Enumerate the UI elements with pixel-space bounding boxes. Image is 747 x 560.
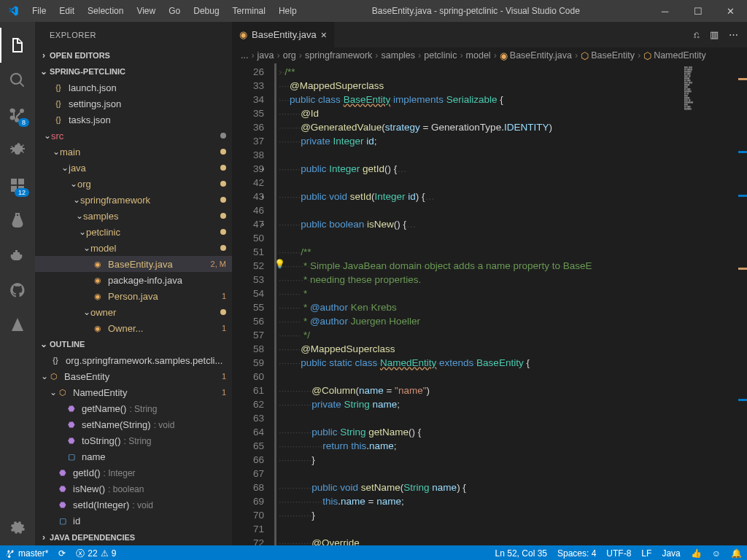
open-editors-section[interactable]: ›OPEN EDITORS — [35, 47, 232, 63]
sync-icon[interactable]: ⟳ — [53, 545, 71, 560]
search-icon[interactable] — [0, 63, 35, 98]
maximize-button[interactable]: ☐ — [681, 0, 714, 22]
lightbulb-icon[interactable]: 💡 — [274, 259, 285, 269]
tree-file-launch[interactable]: {}launch.json — [35, 79, 232, 96]
scm-icon[interactable]: 8 — [0, 98, 35, 133]
close-tab-icon[interactable]: × — [321, 29, 327, 41]
split-icon[interactable]: ▥ — [710, 29, 719, 40]
tabs: ◉ BaseEntity.java × ⎌ ▥ ⋯ — [232, 22, 747, 47]
outline-tree: {}org.springframework.samples.petcli... … — [35, 352, 232, 529]
editor-actions: ⎌ ▥ ⋯ — [685, 22, 747, 47]
code-content[interactable]: ›·/**····@MappedSuperclass····public·cla… — [274, 63, 681, 545]
bell-icon[interactable]: 🔔 — [726, 545, 747, 560]
settings-icon[interactable] — [0, 510, 35, 545]
tree-folder-model[interactable]: ⌄model — [35, 240, 232, 256]
indentation[interactable]: Spaces: 4 — [552, 545, 601, 560]
activitybar: 8 12 — [0, 22, 35, 545]
sidebar: EXPLORER ›OPEN EDITORS ⌄SPRING-PETCLINIC… — [35, 22, 232, 545]
minimap[interactable]: ████ ██████ ████████████████ ████████ ██… — [681, 63, 747, 545]
extensions-icon[interactable]: 12 — [0, 168, 35, 203]
tree-file-settings[interactable]: {}settings.json — [35, 96, 232, 112]
tree-folder-owner[interactable]: ⌄owner — [35, 304, 232, 320]
outline-isnew[interactable]: ⬣isNew(): boolean — [35, 481, 232, 497]
test-icon[interactable] — [0, 203, 35, 238]
outline-tostring[interactable]: ⬣toString(): String — [35, 432, 232, 448]
tab-baseentity[interactable]: ◉ BaseEntity.java × — [232, 22, 335, 47]
compare-icon[interactable]: ⎌ — [694, 29, 700, 40]
menu-terminal[interactable]: Terminal — [226, 6, 272, 16]
menu-go[interactable]: Go — [162, 6, 187, 16]
feedback-icon[interactable]: ☺ — [707, 545, 726, 560]
explorer-icon[interactable] — [0, 28, 35, 63]
java-deps-section[interactable]: ›JAVA DEPENDENCIES — [35, 529, 232, 545]
explorer-title: EXPLORER — [35, 22, 232, 47]
tree-file-baseentity[interactable]: ◉BaseEntity.java2, M — [35, 256, 232, 272]
language[interactable]: Java — [657, 545, 685, 560]
git-branch[interactable]: master* — [0, 545, 53, 560]
outline-name-field[interactable]: ▢name — [35, 448, 232, 464]
problems[interactable]: ⓧ 22 ⚠ 9 — [71, 545, 121, 560]
window-controls: ─ ☐ ✕ — [649, 0, 747, 22]
encoding[interactable]: UTF-8 — [601, 545, 636, 560]
outline-id-field[interactable]: ▢id — [35, 513, 232, 529]
menu-view[interactable]: View — [130, 6, 162, 16]
more-icon[interactable]: ⋯ — [729, 29, 738, 40]
outline-baseentity[interactable]: ⌄⬡BaseEntity1 — [35, 368, 232, 384]
breadcrumbs[interactable]: ...› java› org› springframework› samples… — [232, 47, 747, 63]
debug-icon[interactable] — [0, 133, 35, 168]
outline-namedentity[interactable]: ⌄⬡NamedEntity1 — [35, 384, 232, 400]
close-button[interactable]: ✕ — [714, 0, 747, 22]
tree-folder-java[interactable]: ⌄java — [35, 160, 232, 176]
titlebar: File Edit Selection View Go Debug Termin… — [0, 0, 747, 22]
outline-section[interactable]: ⌄OUTLINE — [35, 336, 232, 352]
file-tree: {}launch.json {}settings.json {}tasks.js… — [35, 79, 232, 336]
window-title: BaseEntity.java - spring-petclinic - Vis… — [303, 6, 649, 16]
docker-icon[interactable] — [0, 238, 35, 273]
tree-file-packageinfo[interactable]: ◉package-info.java — [35, 272, 232, 288]
thumbs-icon[interactable]: 👍 — [686, 545, 707, 560]
azure-icon[interactable] — [0, 308, 35, 343]
menu-help[interactable]: Help — [272, 6, 303, 16]
statusbar: master* ⟳ ⓧ 22 ⚠ 9 Ln 52, Col 35 Spaces:… — [0, 545, 747, 560]
minimize-button[interactable]: ─ — [649, 0, 681, 22]
editor: ◉ BaseEntity.java × ⎌ ▥ ⋯ ...› java› org… — [232, 22, 747, 545]
project-section[interactable]: ⌄SPRING-PETCLINIC — [35, 63, 232, 79]
tree-folder-petclinic[interactable]: ⌄petclinic — [35, 224, 232, 240]
tree-folder-samples[interactable]: ⌄samples — [35, 208, 232, 224]
menu-debug[interactable]: Debug — [187, 6, 225, 16]
menu-selection[interactable]: Selection — [81, 6, 130, 16]
cursor-position[interactable]: Ln 52, Col 35 — [490, 545, 552, 560]
tree-folder-main[interactable]: ⌄main — [35, 144, 232, 160]
outline-setname[interactable]: ⬣setName(String): void — [35, 416, 232, 432]
outline-setid[interactable]: ⬣setId(Integer): void — [35, 497, 232, 513]
tree-folder-src[interactable]: ⌄src — [35, 128, 232, 144]
eol[interactable]: LF — [636, 545, 657, 560]
tree-file-truncated[interactable]: ◉Owner...1 — [35, 320, 232, 336]
line-numbers: 2633343536373839›4243›4647›5051525354555… — [232, 63, 274, 545]
tree-file-tasks[interactable]: {}tasks.json — [35, 112, 232, 128]
github-icon[interactable] — [0, 273, 35, 308]
tree-folder-springframework[interactable]: ⌄springframework — [35, 192, 232, 208]
vscode-icon — [0, 5, 26, 17]
tree-folder-org[interactable]: ⌄org — [35, 176, 232, 192]
outline-package[interactable]: {}org.springframework.samples.petcli... — [35, 352, 232, 368]
menu-file[interactable]: File — [26, 6, 53, 16]
menubar: File Edit Selection View Go Debug Termin… — [26, 6, 303, 16]
java-icon: ◉ — [239, 29, 247, 40]
outline-getid[interactable]: ⬣getId(): Integer — [35, 464, 232, 481]
tree-file-person[interactable]: ◉Person.java1 — [35, 288, 232, 304]
outline-getname[interactable]: ⬣getName(): String — [35, 400, 232, 416]
menu-edit[interactable]: Edit — [53, 6, 81, 16]
